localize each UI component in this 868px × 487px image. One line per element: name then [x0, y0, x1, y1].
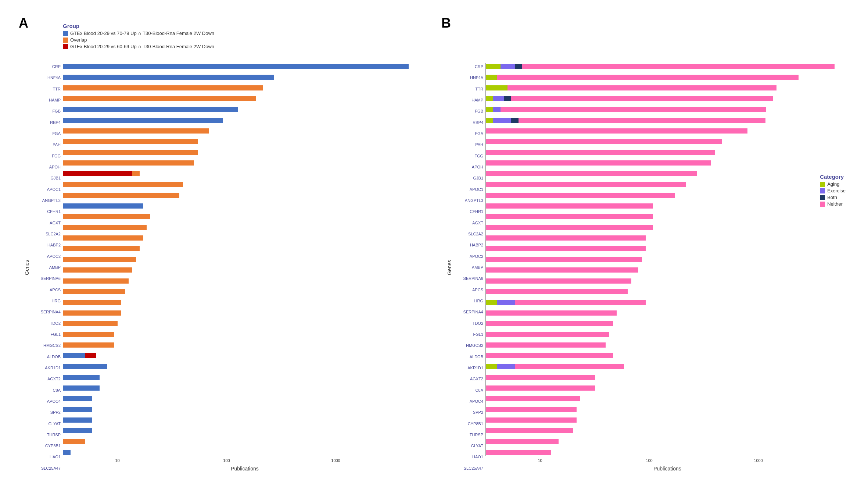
gene-label: CYP8B1	[30, 442, 61, 449]
gene-label: APOC4	[30, 398, 61, 405]
bar-segment	[493, 107, 501, 112]
legend-text: Aging	[827, 181, 839, 187]
gene-label: AGXT2	[30, 376, 61, 382]
gene-label: SLC2A2	[452, 231, 483, 237]
gene-label: ALDOB	[452, 353, 483, 360]
bar-row	[63, 288, 427, 295]
bar-row	[486, 374, 849, 381]
chart-inner-b: Genes CRPHNF4ATTRHAMPFGBRBP4FGAPAHFGGAPO…	[445, 63, 849, 472]
bar-segment	[486, 64, 501, 69]
bar-segment	[486, 182, 686, 187]
bar-row	[486, 95, 849, 102]
bar-segment	[486, 364, 497, 369]
gene-label: FGG	[30, 153, 61, 159]
bar-row	[63, 395, 427, 402]
bar-segment	[486, 342, 606, 348]
gene-label: TTR	[452, 86, 483, 92]
bar-row	[486, 385, 849, 391]
gene-label: ANGPTL3	[30, 197, 61, 204]
bar-segment	[63, 225, 147, 230]
bar-segment	[486, 439, 559, 444]
bar-row	[63, 406, 427, 413]
bar-row	[486, 203, 849, 209]
gene-label: APOH	[30, 164, 61, 170]
legend-title: Group	[63, 23, 214, 29]
bar-segment	[63, 160, 194, 166]
bar-segment	[486, 128, 747, 134]
legend-a: GroupGTEx Blood 20-29 vs 70-79 Up ∩ T30-…	[63, 23, 214, 50]
bar-segment	[63, 107, 238, 112]
bar-segment	[63, 257, 136, 262]
bar-row	[63, 449, 427, 456]
gene-label: CYP8B1	[452, 420, 483, 427]
bar-row	[486, 438, 849, 445]
bar-segment	[497, 364, 515, 369]
bar-row	[63, 310, 427, 316]
bar-row	[63, 235, 427, 241]
legend-swatch	[820, 182, 825, 187]
legend-item: Exercise	[820, 188, 846, 193]
bar-row	[63, 385, 427, 391]
bar-segment	[493, 118, 511, 123]
bar-segment	[497, 75, 799, 80]
legend-swatch	[63, 44, 68, 49]
gene-label: RBP4	[452, 119, 483, 126]
bar-segment	[486, 450, 551, 455]
chart-body-b: CRPHNF4ATTRHAMPFGBRBP4FGAPAHFGGAPOHGJB1A…	[452, 63, 849, 472]
bar-segment	[486, 321, 613, 326]
panel-b: B Genes CRPHNF4ATTRHAMPFGBRBP4FGAPAHFGGA…	[441, 15, 849, 472]
bar-segment	[63, 64, 409, 69]
bar-segment	[511, 118, 519, 123]
bar-row	[63, 117, 427, 124]
gene-label: FGG	[452, 153, 483, 159]
bar-segment	[519, 118, 766, 123]
bar-segment	[497, 300, 515, 305]
gene-label: GJB1	[452, 175, 483, 181]
bar-segment	[486, 257, 642, 262]
bar-segment	[486, 193, 675, 198]
bar-segment	[501, 107, 766, 112]
gene-label: HRG	[30, 298, 61, 304]
bar-segment	[493, 96, 504, 101]
gene-label: APOC2	[30, 253, 61, 260]
bar-row	[486, 138, 849, 145]
gene-label: AMBP	[30, 264, 61, 271]
bar-segment	[486, 160, 711, 166]
gene-label: HNF4A	[30, 74, 61, 81]
bar-segment	[63, 289, 125, 294]
gene-label: SLC2A2	[30, 231, 61, 237]
bar-row	[486, 310, 849, 316]
bar-segment	[486, 214, 653, 219]
bar-segment	[486, 246, 646, 251]
bar-segment	[63, 267, 132, 273]
legend-text: Overlap	[70, 37, 87, 43]
bar-row	[63, 170, 427, 177]
bar-row	[486, 320, 849, 327]
gene-label: CRP	[30, 63, 61, 70]
bar-row	[63, 427, 427, 434]
chart-inner-a: Genes CRPHNF4ATTRHAMPFGBRBP4FGAPAHFGGAPO…	[22, 63, 427, 472]
bar-row	[486, 170, 849, 177]
bar-segment	[486, 96, 493, 101]
bar-row	[63, 160, 427, 166]
bar-segment	[63, 332, 114, 337]
panel-b-chart-wrapper: Genes CRPHNF4ATTRHAMPFGBRBP4FGAPAHFGGAPO…	[441, 15, 849, 472]
bar-row	[63, 374, 427, 381]
bar-row	[63, 245, 427, 252]
bar-row	[63, 63, 427, 70]
bar-segment	[486, 310, 617, 316]
bar-segment	[486, 332, 609, 337]
gene-label: SPP2	[30, 409, 61, 416]
gene-label: AKR1D1	[30, 365, 61, 371]
gene-label: GLYAT	[452, 442, 483, 449]
gene-label: HNF4A	[452, 74, 483, 81]
gene-label: APOC2	[452, 253, 483, 260]
gene-label: PAH	[30, 141, 61, 148]
bar-row	[486, 395, 849, 402]
bar-row	[63, 224, 427, 231]
bar-row	[486, 406, 849, 413]
bar-segment	[511, 96, 773, 101]
bar-row	[63, 85, 427, 91]
bar-segment	[63, 182, 183, 187]
bar-row	[486, 117, 849, 124]
